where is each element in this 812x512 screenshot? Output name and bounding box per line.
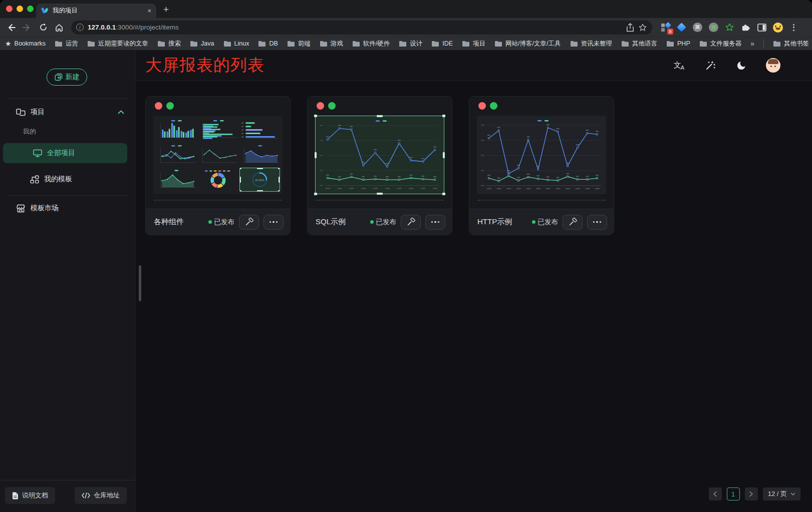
document-icon <box>12 492 19 499</box>
more-button[interactable] <box>263 215 284 230</box>
chrome-menu-icon[interactable] <box>788 22 799 33</box>
folder-icon <box>55 41 63 47</box>
red-dot-icon <box>478 102 486 110</box>
dark-mode-moon-icon[interactable] <box>735 59 748 72</box>
content-scrollbar[interactable] <box>139 265 141 301</box>
bookmark-folder[interactable]: 前端 <box>287 40 311 48</box>
site-info-icon[interactable]: i <box>76 24 84 31</box>
bookmark-folder[interactable]: 资讯未整理 <box>570 40 613 48</box>
gem-extension-icon[interactable] <box>676 22 687 33</box>
bookmark-folder[interactable]: Java <box>190 40 214 47</box>
hammer-icon <box>245 218 253 226</box>
project-thumbnail[interactable] <box>477 116 606 194</box>
bookmark-folder[interactable]: 近期需要读的文章 <box>87 40 148 48</box>
bookmarks-root[interactable]: ★ Bookmarks <box>5 40 46 48</box>
mini-chart-area <box>239 143 280 167</box>
mini-chart-lines <box>156 143 196 167</box>
extensions-puzzle-icon[interactable] <box>740 22 751 33</box>
goview-favicon-icon <box>41 7 49 15</box>
url-text[interactable]: 127.0.0.1:3000/#/project/items <box>88 24 622 31</box>
folder-icon <box>462 41 470 47</box>
window-close-button[interactable] <box>6 6 13 12</box>
browser-toolbar: i 127.0.0.1:3000/#/project/items 9 ⌘ <box>0 18 812 37</box>
new-tab-button[interactable]: + <box>163 4 169 15</box>
bookmark-star-icon[interactable] <box>638 23 647 32</box>
sidebar-item-all-projects[interactable]: 全部项目 <box>3 143 127 163</box>
svg-text:25.00%: 25.00% <box>255 179 264 182</box>
chevron-up-icon[interactable] <box>118 110 124 114</box>
bookmark-folder[interactable]: 网站/博客/文章/工具 <box>494 40 561 48</box>
bookmark-folder[interactable]: 软件/硬件 <box>352 40 390 48</box>
next-page-button[interactable] <box>745 487 758 500</box>
tab-close-icon[interactable]: × <box>147 7 151 15</box>
evernote-extension-icon[interactable] <box>724 22 735 33</box>
prev-page-button[interactable] <box>709 487 722 500</box>
project-thumbnail[interactable]: 25.00% <box>153 116 283 194</box>
template-icon <box>30 175 39 184</box>
bookmark-folder[interactable]: Linux <box>223 40 249 47</box>
bookmark-folder[interactable]: 文件服务器 <box>699 40 742 48</box>
back-button[interactable] <box>4 21 18 35</box>
mini-chart-hbars <box>198 118 238 142</box>
url-bar[interactable]: i 127.0.0.1:3000/#/project/items <box>71 21 652 35</box>
project-name: 各种组件 <box>154 217 184 227</box>
bookmark-folder[interactable]: PHP <box>666 40 690 47</box>
project-card[interactable]: SQL示例 已发布 <box>307 96 452 235</box>
side-panel-icon[interactable] <box>756 22 767 33</box>
current-page-button[interactable]: 1 <box>727 487 740 500</box>
docs-button[interactable]: 说明文档 <box>5 487 55 504</box>
folder-icon <box>570 41 578 47</box>
forward-button[interactable] <box>20 21 34 35</box>
sidebar-section-projects[interactable]: 项目 <box>0 103 135 122</box>
tampermonkey-extension-icon[interactable]: 9 <box>660 22 671 33</box>
new-project-button[interactable]: 新建 <box>47 69 87 86</box>
bookmark-folder[interactable]: 运营 <box>55 40 78 48</box>
sidebar-item-my-templates[interactable]: 我的模板 <box>0 170 135 188</box>
language-toggle-icon[interactable]: 文A <box>673 59 686 72</box>
more-button[interactable] <box>587 215 607 230</box>
sidebar-item-template-market[interactable]: 模板市场 <box>0 199 135 217</box>
recorder-extension-icon[interactable] <box>708 22 719 33</box>
magic-wand-icon[interactable] <box>704 59 717 72</box>
project-card[interactable]: 25.00% 各种组件 已发布 <box>145 96 291 235</box>
bookmark-folder[interactable]: 项目 <box>462 40 485 48</box>
window-minimize-button[interactable] <box>17 6 23 12</box>
mini-chart-bars <box>156 118 196 142</box>
bookmark-folder[interactable]: IDE <box>431 40 453 47</box>
edit-button[interactable] <box>563 215 583 230</box>
code-icon <box>82 492 90 498</box>
reload-button[interactable] <box>36 21 50 35</box>
bookmarks-overflow-button[interactable]: » <box>750 40 754 48</box>
bookmark-folder[interactable]: 设计 <box>399 40 422 48</box>
red-dot-icon <box>155 102 162 110</box>
green-dot-icon <box>490 102 497 110</box>
project-thumbnail[interactable] <box>315 116 444 194</box>
folder-icon <box>399 41 407 47</box>
bookmark-folder[interactable]: 其他语言 <box>621 40 657 48</box>
window-zoom-button[interactable] <box>27 6 34 12</box>
status-dot-icon <box>208 220 212 224</box>
mini-chart-lines <box>198 143 238 167</box>
bookmark-folder[interactable]: 搜索 <box>157 40 181 48</box>
repo-button[interactable]: 仓库地址 <box>75 487 127 504</box>
card-status-dots <box>469 97 614 110</box>
project-card[interactable]: HTTP示例 已发布 <box>469 96 614 235</box>
folder-icon <box>223 41 231 47</box>
page-size-select[interactable]: 12 / 页 <box>763 487 800 500</box>
edit-button[interactable] <box>401 215 421 230</box>
command-extension-icon[interactable]: ⌘ <box>692 22 703 33</box>
green-dot-icon <box>166 102 174 110</box>
user-avatar[interactable] <box>766 58 780 73</box>
bookmark-folder[interactable]: DB <box>258 40 278 47</box>
more-button[interactable] <box>425 215 445 230</box>
profile-smiley-icon[interactable] <box>772 22 783 33</box>
bookmark-folder[interactable]: 游戏 <box>320 40 343 48</box>
other-bookmarks-button[interactable]: 其他书签 <box>773 40 809 48</box>
share-icon[interactable] <box>626 23 634 32</box>
sidebar-group-mine: 我的 <box>0 125 135 138</box>
browser-tab[interactable]: 我的项目 × <box>36 4 156 18</box>
mini-chart-donut <box>198 168 238 192</box>
edit-button[interactable] <box>239 215 259 230</box>
home-button[interactable] <box>52 21 66 35</box>
window-controls[interactable] <box>6 6 34 12</box>
